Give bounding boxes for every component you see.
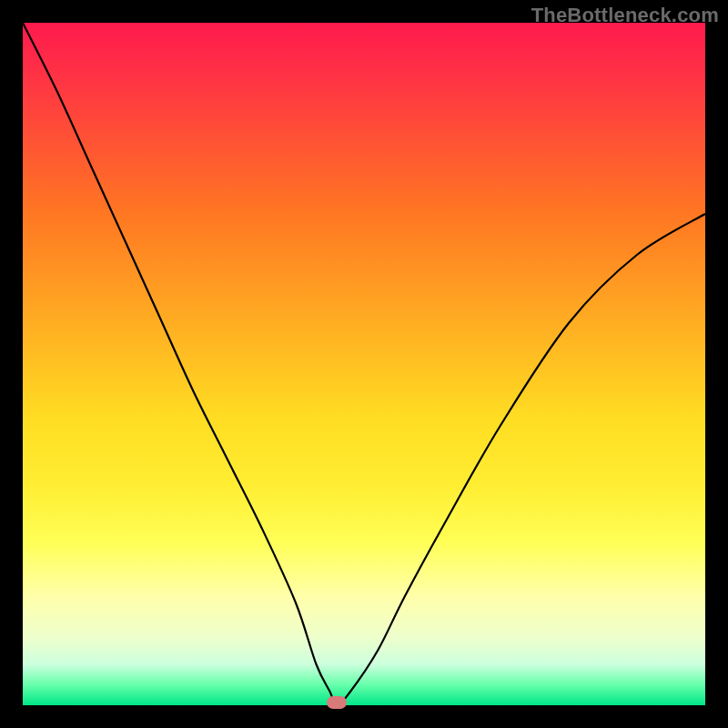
chart-frame: TheBottleneck.com — [0, 0, 728, 728]
bottleneck-curve — [23, 23, 705, 705]
plot-area — [23, 23, 705, 705]
optimal-marker — [327, 696, 347, 709]
curve-path — [23, 23, 705, 705]
